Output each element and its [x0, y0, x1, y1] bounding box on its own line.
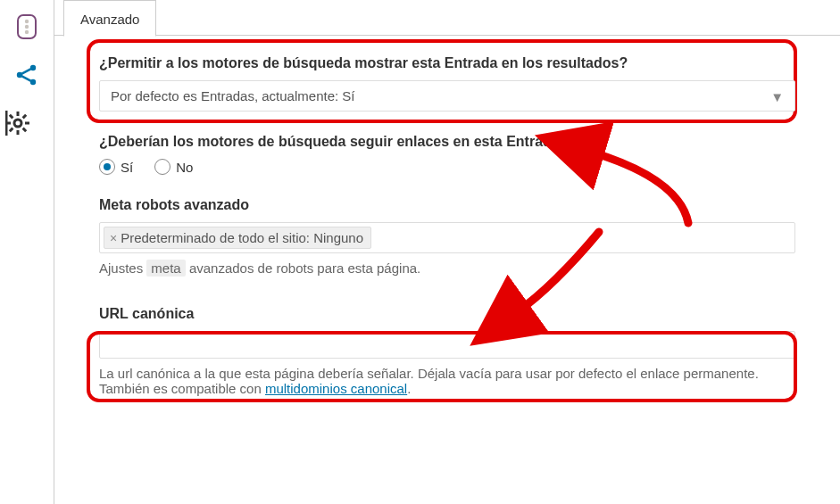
canonical-label: URL canónica	[99, 306, 795, 322]
allow-search-label: ¿Permitir a los motores de búsqueda most…	[99, 55, 795, 71]
meta-robots-help: Ajustes meta avanzados de robots para es…	[99, 260, 795, 276]
svg-point-1	[25, 20, 29, 23]
share-icon[interactable]	[15, 64, 38, 86]
svg-rect-16	[9, 114, 14, 120]
svg-point-9	[14, 120, 21, 127]
allow-search-select[interactable]: Por defecto es Entradas, actualmente: Sí…	[99, 80, 795, 112]
svg-rect-17	[22, 128, 28, 133]
meta-robots-select[interactable]: × Predeterminado de todo el sitio: Ningu…	[99, 222, 795, 253]
follow-links-no-label: No	[176, 160, 193, 175]
follow-links-yes[interactable]: Sí	[99, 159, 133, 175]
follow-links-label: ¿Deberían los motores de búsqueda seguir…	[99, 134, 795, 150]
svg-line-8	[22, 76, 31, 80]
readability-icon[interactable]	[17, 14, 37, 39]
meta-robots-chip-label: Predeterminado de todo el sitio: Ninguno	[121, 230, 363, 245]
svg-point-3	[25, 30, 29, 34]
svg-rect-14	[22, 114, 28, 120]
meta-robots-chip[interactable]: × Predeterminado de todo el sitio: Ningu…	[104, 227, 371, 249]
canonical-help-link[interactable]: multidominios canonical	[265, 381, 407, 396]
tab-advanced[interactable]: Avanzado	[63, 0, 156, 37]
svg-line-7	[22, 69, 31, 73]
svg-rect-11	[17, 130, 20, 135]
chevron-down-icon: ▼	[770, 88, 784, 103]
meta-robots-label: Meta robots avanzado	[99, 197, 795, 213]
canonical-input[interactable]	[99, 331, 795, 359]
svg-rect-13	[25, 122, 29, 125]
allow-search-value: Por defecto es Entradas, actualmente: Sí	[111, 88, 355, 103]
radio-icon	[99, 159, 115, 175]
gear-icon[interactable]	[5, 111, 30, 136]
follow-links-no[interactable]: No	[154, 159, 193, 175]
follow-links-yes-label: Sí	[121, 160, 133, 175]
svg-point-2	[25, 25, 29, 29]
close-icon[interactable]: ×	[110, 231, 117, 245]
meta-code: meta	[146, 260, 185, 277]
radio-icon	[154, 159, 170, 175]
svg-rect-10	[17, 112, 20, 116]
canonical-help: La url canónica a la que esta página deb…	[99, 366, 795, 396]
svg-rect-15	[9, 128, 14, 133]
